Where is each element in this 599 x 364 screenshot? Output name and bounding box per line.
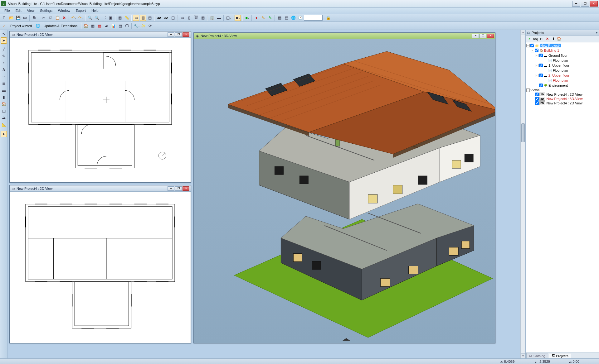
zoom-area-icon[interactable]: ▣ xyxy=(107,15,114,21)
print-icon[interactable]: 🖶 xyxy=(31,15,37,21)
minimize-button[interactable]: ━ xyxy=(168,186,174,191)
tree-checkbox[interactable] xyxy=(535,93,539,96)
tree-checkbox[interactable] xyxy=(539,54,543,57)
tree-checkbox[interactable] xyxy=(535,49,538,52)
save-all-icon[interactable]: 🖴 xyxy=(22,15,28,21)
scrollbar-vertical[interactable]: ▲ ▼ xyxy=(520,30,525,358)
project-tree[interactable]: −📁 New Project4 −🏠 Building 1 −▬ Ground … xyxy=(526,42,599,352)
tree-checkbox[interactable] xyxy=(535,97,539,101)
shape3d-tool-icon[interactable]: ◫ xyxy=(1,108,7,114)
render-green-icon[interactable]: ✎ xyxy=(267,15,273,21)
lock-icon[interactable]: 🔒 xyxy=(325,15,331,21)
2d-mode-icon[interactable]: 2D xyxy=(156,15,162,21)
delete-item-icon[interactable]: ✖ xyxy=(545,36,550,41)
tree-checkbox[interactable] xyxy=(539,74,543,77)
zoom-fit-icon[interactable]: ⛶ xyxy=(100,15,107,21)
building-icon[interactable]: 🏢 xyxy=(209,15,215,21)
new-item-icon[interactable]: 🗋 xyxy=(539,36,544,41)
func-icon[interactable]: ⟳ xyxy=(147,23,153,29)
render-orange-icon[interactable]: ✎ xyxy=(260,15,266,21)
calc-icon[interactable]: ▤ xyxy=(283,15,290,21)
line-tool-icon[interactable]: ╱ xyxy=(1,46,7,52)
text-tool-icon[interactable]: A xyxy=(1,67,7,73)
edit-tool-icon[interactable]: ✎ xyxy=(1,53,7,59)
tree-view-item[interactable]: 3D New Project4 : 3D-View xyxy=(526,97,598,101)
menu-help[interactable]: Help xyxy=(89,8,101,13)
chart-tool-icon[interactable]: 📊 xyxy=(110,23,116,29)
tree-environment[interactable]: 🌳 Environment xyxy=(526,83,598,88)
tree-checkbox[interactable] xyxy=(539,64,543,67)
copy-icon[interactable]: ⿻ xyxy=(47,15,54,21)
window-3d-view[interactable]: ◈ New Project4 : 3D-View ━ ❐ ✕ xyxy=(193,32,495,343)
color-icon[interactable]: ■▾ xyxy=(244,15,250,21)
3d-mode-icon[interactable]: 3D xyxy=(163,15,169,21)
minimize-button[interactable]: ━ xyxy=(168,32,174,37)
close-button[interactable]: ✕ xyxy=(590,1,598,7)
tab-projects[interactable]: 🏗Projects xyxy=(549,353,571,358)
value-input[interactable] xyxy=(304,15,323,21)
panel-menu-icon[interactable]: ▾ xyxy=(596,31,598,35)
save-icon[interactable]: 💾 xyxy=(15,15,21,21)
menu-export[interactable]: Export xyxy=(73,8,88,13)
check-icon[interactable]: ✔ xyxy=(527,36,532,41)
scroll-thumb[interactable] xyxy=(521,123,525,142)
window-2d-view-a[interactable]: ▭ New Project4 : 2D View ━ ❐ ✕ xyxy=(9,31,191,183)
section-icon[interactable]: ◫ xyxy=(170,15,176,21)
ruler-icon[interactable]: 📏 xyxy=(124,15,130,21)
dimension-tool-icon[interactable]: ↔ xyxy=(1,74,7,80)
roof-tool-icon[interactable]: 🏠 xyxy=(1,101,7,107)
screen-tool-icon[interactable]: 🖵 xyxy=(124,23,130,29)
tree-checkbox[interactable] xyxy=(535,101,539,105)
close-button[interactable]: ✕ xyxy=(183,186,189,191)
window-2d-view-b[interactable]: ▭ New Project4 : 2D View ━ ❐ ✕ xyxy=(9,185,191,343)
tile-v-icon[interactable]: ▯ xyxy=(186,15,192,21)
render-red-icon[interactable]: ● xyxy=(253,15,260,21)
calendar-icon[interactable]: ▦ xyxy=(276,15,283,21)
close-button[interactable]: ✕ xyxy=(487,34,494,38)
scroll-down-icon[interactable]: ▼ xyxy=(521,353,525,358)
tree-view-item[interactable]: 2D New Project4 : 2D View xyxy=(526,101,598,105)
tile-split-icon[interactable]: ⿲ xyxy=(193,15,199,21)
floorplan-svg-b[interactable] xyxy=(10,192,191,343)
delete-icon[interactable]: ✖ xyxy=(61,15,67,21)
visibility-icon[interactable]: ◼▾ xyxy=(235,15,241,21)
marker-tool-icon[interactable]: ↕ xyxy=(1,60,7,66)
menu-settings[interactable]: Settings xyxy=(37,8,55,13)
dropdown-icon[interactable]: ▾ xyxy=(324,17,324,19)
tree-view-item[interactable]: 2D New Project4 : 2D View xyxy=(526,92,598,97)
floor-up-icon[interactable]: ⬆ xyxy=(551,36,556,41)
tree-floor-plan[interactable]: 📄 Floor plan xyxy=(526,68,598,73)
list-tool-icon[interactable]: ▤ xyxy=(117,23,123,29)
home-icon[interactable]: 🏠 xyxy=(557,36,562,41)
paste-icon[interactable]: 📋 xyxy=(54,15,61,21)
tree-root[interactable]: −📁 New Project4 xyxy=(526,43,598,48)
updates-button[interactable]: Updates & Extensions xyxy=(41,23,80,29)
terrain-tool-icon[interactable]: ⛰ xyxy=(1,115,7,121)
hatch-tool-icon[interactable]: ▦ xyxy=(96,23,103,29)
tree-floor-plan[interactable]: 📄 Floor plan xyxy=(526,58,598,63)
scroll-up-icon[interactable]: ▲ xyxy=(521,30,525,35)
pointer-tool-icon[interactable]: ➤ xyxy=(1,37,7,44)
maximize-button[interactable]: ❐ xyxy=(480,34,486,38)
wrench-icon[interactable]: 🔧▾ xyxy=(133,23,139,29)
maximize-button[interactable]: ❐ xyxy=(581,1,589,7)
clock-icon[interactable]: 🕐 xyxy=(297,15,303,21)
arrow-tool-icon[interactable]: ↖ xyxy=(1,31,7,37)
wall-tool2-icon[interactable]: ▬ xyxy=(1,87,7,93)
floor-icon[interactable]: ▬ xyxy=(216,15,222,21)
tree-checkbox[interactable] xyxy=(539,84,543,87)
tree-upper-1[interactable]: −▬ 1. Upper floor xyxy=(526,63,598,68)
menu-window[interactable]: Window xyxy=(56,8,73,13)
wall-tool-icon[interactable]: 🏠 xyxy=(83,23,89,29)
tab-catalog[interactable]: 🗂Catalog xyxy=(526,353,548,358)
globe-icon[interactable]: 🌐 xyxy=(290,15,296,21)
tree-ground-floor[interactable]: −▬ Ground floor xyxy=(526,53,598,58)
wall-hatch2-icon[interactable]: ▤ xyxy=(147,15,153,21)
floorplan-svg[interactable] xyxy=(10,38,191,182)
section-cut-icon[interactable]: ◰▾ xyxy=(225,15,231,21)
stairs-tool-icon[interactable]: ≣ xyxy=(1,80,7,87)
3d-viewport[interactable] xyxy=(194,39,495,343)
cut-icon[interactable]: ✂ xyxy=(41,15,47,21)
menu-file[interactable]: File xyxy=(2,8,12,13)
rename-icon[interactable]: ab| xyxy=(533,36,538,41)
